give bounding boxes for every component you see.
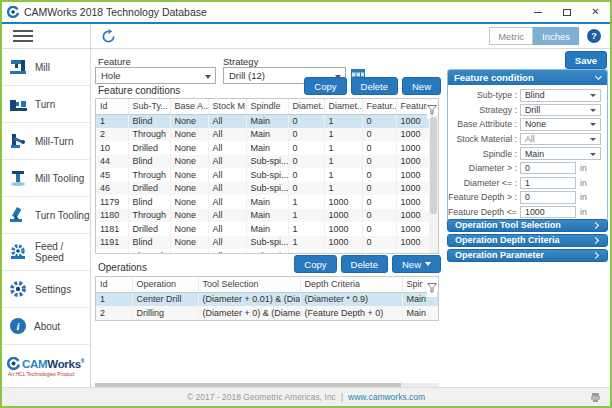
column-header[interactable]: Spindle bbox=[246, 99, 288, 114]
table-cell: 1191 bbox=[96, 236, 128, 250]
condition-field-row: Diameter <= :1in bbox=[448, 177, 603, 190]
table-cell: None bbox=[170, 249, 208, 254]
operation-parameter-panel-header[interactable]: Operation Parameter bbox=[447, 249, 608, 262]
unit-label: in bbox=[580, 163, 587, 173]
fc-copy-button[interactable]: Copy bbox=[304, 77, 346, 95]
column-header[interactable]: Base A... bbox=[170, 99, 208, 114]
field-select[interactable]: Main bbox=[520, 147, 601, 160]
field-input[interactable]: 0 bbox=[520, 191, 576, 204]
camworks-link[interactable]: www.camworks.com bbox=[348, 392, 425, 402]
feature-condition-fields: Sub-type :BlindStrategy :DrillBase Attri… bbox=[448, 85, 607, 221]
ops-filter-button[interactable] bbox=[427, 279, 437, 297]
table-cell: 1 bbox=[288, 222, 324, 236]
column-header[interactable]: Stock M... bbox=[208, 99, 246, 114]
table-row[interactable]: 1Center Drill(Diameter + 0.01) & (Diamet… bbox=[96, 292, 438, 306]
table-cell: Drilled bbox=[128, 182, 170, 196]
table-row[interactable]: 44BlindNoneAllSub-spi...0101000 bbox=[96, 155, 430, 169]
operation-depth-criteria-panel-header[interactable]: Operation Depth Criteria bbox=[447, 234, 608, 247]
column-header[interactable]: Featur... bbox=[362, 99, 396, 114]
table-row[interactable]: 1191BlindNoneAllSub-spi...1100001000 bbox=[96, 236, 430, 250]
unit-label: in bbox=[580, 207, 587, 217]
table-row[interactable]: 1181DrilledNoneAllMain1100001000 bbox=[96, 222, 430, 236]
table-row[interactable]: 1BlindNoneAllMain0101000 bbox=[96, 114, 430, 128]
condition-field-row: Diameter > :0in bbox=[448, 162, 603, 175]
sidebar-item-mill-turn[interactable]: Mill-Turn bbox=[2, 123, 90, 160]
input-value: 0 bbox=[525, 163, 530, 173]
table-row[interactable]: 1179BlindNoneAllMain1100001000 bbox=[96, 195, 430, 209]
column-header[interactable]: Id bbox=[96, 99, 128, 114]
help-button[interactable]: ? bbox=[587, 29, 601, 43]
refresh-button[interactable] bbox=[101, 29, 116, 44]
camworks-logo-icon bbox=[7, 6, 19, 18]
feature-condition-panel-header[interactable]: Feature condition bbox=[448, 70, 607, 85]
column-header[interactable]: Diamet... bbox=[324, 99, 362, 114]
column-header[interactable]: Feature. bbox=[396, 99, 430, 114]
table-cell: None bbox=[170, 155, 208, 169]
table-cell: 0 bbox=[362, 182, 396, 196]
chevron-down-icon bbox=[590, 153, 596, 156]
field-select[interactable]: Drill bbox=[520, 104, 601, 117]
table-row[interactable]: 45ThroughNoneAllSub-spi...0101000 bbox=[96, 168, 430, 182]
field-input[interactable]: 1 bbox=[520, 177, 576, 190]
condition-field-row: Stock Material :All bbox=[448, 133, 603, 146]
field-select[interactable]: All bbox=[520, 133, 601, 146]
fc-vertical-scrollbar[interactable] bbox=[429, 115, 438, 253]
fc-delete-button[interactable]: Delete bbox=[351, 77, 398, 95]
ops-copy-button[interactable]: Copy bbox=[294, 255, 336, 273]
metric-toggle[interactable]: Metric bbox=[489, 27, 533, 45]
scrollbar-thumb[interactable] bbox=[430, 117, 437, 214]
table-row[interactable]: 2ThroughNoneAllMain0101000 bbox=[96, 128, 430, 142]
column-header[interactable]: Depth Criteria bbox=[300, 277, 402, 292]
feature-conditions-table: IdSub-Ty...Base A...Stock M...SpindleDia… bbox=[95, 98, 439, 254]
feature-select[interactable]: Hole bbox=[95, 67, 216, 84]
sidebar-item-settings[interactable]: Settings bbox=[2, 271, 90, 308]
field-select[interactable]: Blind bbox=[520, 89, 601, 102]
save-button[interactable]: Save bbox=[565, 51, 607, 69]
column-header[interactable]: Tool Selection bbox=[198, 277, 300, 292]
field-input[interactable]: 1000 bbox=[520, 206, 576, 219]
table-row[interactable]: 1192ThroughNoneAllSub-spi...1100001000 bbox=[96, 249, 430, 254]
maximize-button[interactable] bbox=[552, 2, 581, 22]
sidebar-item-mill-tooling[interactable]: Mill Tooling bbox=[2, 160, 90, 197]
table-row[interactable]: 46DrilledNoneAllSub-spi...0101000 bbox=[96, 182, 430, 196]
table-cell: 1 bbox=[288, 236, 324, 250]
input-value: 1000 bbox=[525, 207, 545, 217]
table-cell: All bbox=[208, 182, 246, 196]
sidebar-item-turn-tooling[interactable]: Turn Tooling bbox=[2, 197, 90, 234]
column-header[interactable]: Sub-Ty... bbox=[128, 99, 170, 114]
inches-toggle[interactable]: Inches bbox=[533, 27, 579, 45]
table-row[interactable]: 10DrilledNoneAllMain0101000 bbox=[96, 141, 430, 155]
close-button[interactable]: ✕ bbox=[581, 2, 610, 22]
field-select[interactable]: None bbox=[520, 118, 601, 131]
table-cell: Blind bbox=[128, 195, 170, 209]
table-cell: 0 bbox=[362, 222, 396, 236]
table-cell: None bbox=[170, 128, 208, 142]
condition-field-row: Strategy :Drill bbox=[448, 104, 603, 117]
table-cell: 1 bbox=[324, 128, 362, 142]
status-grip-icon bbox=[591, 393, 600, 404]
select-value: Drill (12) bbox=[229, 70, 265, 81]
table-cell: 1000 bbox=[396, 141, 430, 155]
ops-delete-button[interactable]: Delete bbox=[341, 255, 388, 273]
table-cell: 0 bbox=[362, 114, 396, 128]
table-cell: 0 bbox=[288, 182, 324, 196]
field-input[interactable]: 0 bbox=[520, 162, 576, 175]
table-row[interactable]: 1180ThroughNoneAllMain1100001000 bbox=[96, 209, 430, 223]
fc-new-button[interactable]: New bbox=[402, 77, 441, 95]
column-header[interactable]: Diamet... bbox=[288, 99, 324, 114]
sidebar-item-mill[interactable]: Mill bbox=[2, 49, 90, 86]
sidebar-item-feed-speed[interactable]: Feed / Speed bbox=[2, 234, 90, 271]
table-cell: 0 bbox=[362, 209, 396, 223]
sidebar-item-about[interactable]: i About bbox=[2, 308, 90, 345]
hamburger-menu-icon[interactable] bbox=[13, 30, 33, 42]
ops-new-button[interactable]: New bbox=[392, 255, 441, 273]
column-header[interactable]: Operation bbox=[132, 277, 198, 292]
table-cell: 1000 bbox=[396, 168, 430, 182]
operation-tool-selection-panel-header[interactable]: Operation Tool Selection bbox=[447, 219, 608, 232]
minimize-button[interactable] bbox=[523, 2, 552, 22]
condition-field-row: Feature Depth > :0in bbox=[448, 191, 603, 204]
column-header[interactable]: Id bbox=[96, 277, 132, 292]
sidebar-item-turn[interactable]: Turn bbox=[2, 86, 90, 123]
table-row[interactable]: 2Drilling(Diameter + 0) & (Diameter + 0)… bbox=[96, 306, 438, 320]
table-cell: 45 bbox=[96, 168, 128, 182]
